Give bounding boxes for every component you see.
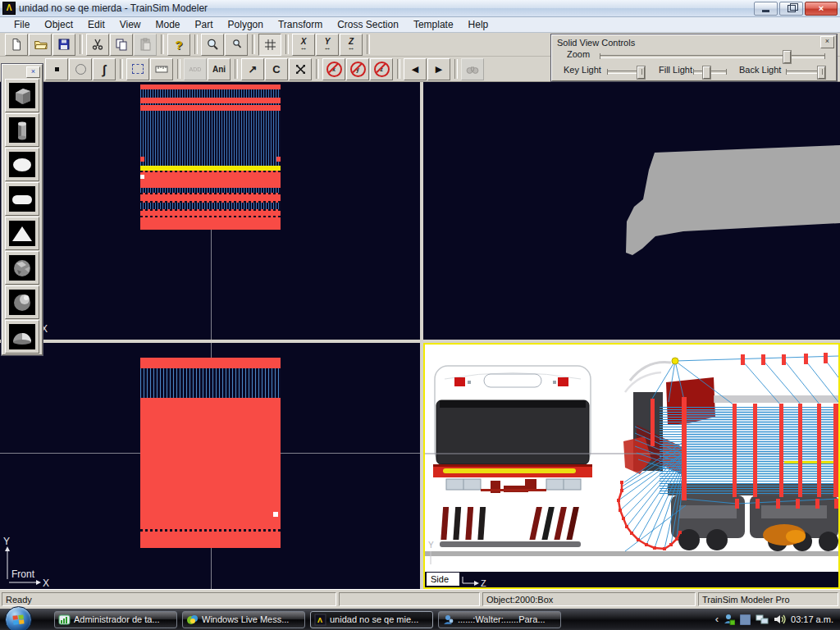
taskbar-clock[interactable]: 03:17 a.m.	[791, 614, 833, 624]
menu-cross-section[interactable]: Cross Section	[330, 17, 406, 32]
animation-button[interactable]: Ani	[208, 58, 231, 80]
viewport-perspective[interactable]	[423, 82, 840, 340]
measure-button[interactable]	[150, 58, 173, 80]
point-tool-button[interactable]	[45, 58, 68, 80]
tool-pill-primitive[interactable]	[5, 182, 39, 216]
menu-polygon[interactable]: Polygon	[221, 17, 271, 32]
tool-cylinder-primitive[interactable]	[5, 113, 39, 147]
menu-edit[interactable]: Edit	[80, 17, 112, 32]
tool-cone-primitive[interactable]	[5, 217, 39, 250]
taskbar-button-messenger[interactable]: Windows Live Mess...	[182, 611, 305, 628]
menu-bar: File Object Edit View Mode Part Polygon …	[0, 16, 840, 33]
cut-button[interactable]	[86, 34, 109, 56]
menu-template[interactable]: Template	[406, 17, 461, 32]
rotate-tool-button[interactable]: C	[265, 58, 288, 80]
help-button[interactable]: ?	[167, 34, 190, 56]
key-light-slider[interactable]	[607, 71, 642, 74]
grid-toggle-button[interactable]	[258, 34, 281, 56]
box-icon	[9, 83, 35, 108]
solid-view-controls-panel: Solid View Controls × Zoom Key Light Fil…	[551, 34, 837, 81]
minimize-button[interactable]	[754, 2, 778, 16]
menu-file[interactable]: File	[7, 17, 37, 32]
save-floppy-icon	[57, 38, 71, 51]
zoom-out-button[interactable]	[225, 34, 248, 56]
status-ready: Ready	[2, 592, 336, 606]
scale-tool-button[interactable]	[289, 58, 312, 80]
tool-dome-primitive[interactable]	[5, 320, 39, 354]
menu-mode[interactable]: Mode	[148, 17, 188, 32]
menu-view[interactable]: View	[112, 17, 148, 32]
taskbar-button-trainsim-active[interactable]: Λ unidad no se qe mie...	[310, 611, 433, 628]
lock-y-button[interactable]: y	[346, 58, 369, 80]
tray-volume-icon[interactable]	[774, 614, 786, 625]
key-light-thumb[interactable]	[637, 66, 645, 79]
lock-z-button[interactable]: z	[370, 58, 393, 80]
toolbar-separator	[454, 59, 458, 79]
paste-button[interactable]	[134, 34, 157, 56]
mirror-y-button[interactable]: Y ↔	[316, 34, 339, 56]
copy-icon	[115, 38, 128, 51]
viewport-side-active[interactable]: Y Side Z	[423, 343, 840, 589]
taskbar-button-msn-chat[interactable]: ......:Walter:......Para...	[438, 611, 561, 628]
copy-button[interactable]	[110, 34, 133, 56]
back-light-slider[interactable]	[786, 71, 823, 74]
close-icon: ×	[819, 4, 824, 13]
menu-transform[interactable]: Transform	[271, 17, 330, 32]
menu-object[interactable]: Object	[37, 17, 80, 32]
fill-light-label: Fill Light	[659, 65, 692, 75]
tool-box-primitive[interactable]	[5, 79, 39, 112]
toolbar-separator	[316, 59, 319, 79]
tool-disc-primitive[interactable]	[5, 148, 39, 181]
taskbar-button-label: unidad no se qe mie...	[330, 614, 418, 624]
cone-icon	[9, 221, 35, 246]
toolbox-close-button[interactable]: ×	[26, 66, 40, 78]
new-button[interactable]	[5, 34, 28, 56]
selected-vertex-yellow[interactable]	[672, 358, 678, 364]
axis-crosshair-vertical	[211, 548, 212, 589]
move-tool-button[interactable]: ↗	[241, 58, 264, 80]
left-right-arrow-icon: ↔	[300, 44, 308, 51]
start-button[interactable]	[5, 606, 32, 630]
spline-tool-button[interactable]: ∫	[93, 58, 116, 80]
next-button[interactable]: ▶	[427, 58, 450, 80]
mirror-x-button[interactable]: X ↔	[292, 34, 315, 56]
viewport-top[interactable]: X	[0, 82, 420, 340]
viewport-front[interactable]: Y Front X	[0, 343, 420, 589]
save-button[interactable]	[52, 34, 75, 56]
previous-button[interactable]: ◀	[404, 58, 427, 80]
circle-tool-button[interactable]	[69, 58, 92, 80]
move-arrow-icon: ↗	[249, 63, 258, 75]
toolbar-separator	[252, 34, 255, 54]
taskbar-button-label: Administrador de ta...	[74, 614, 160, 624]
fill-light-thumb[interactable]	[703, 66, 710, 79]
tray-messenger-icon[interactable]	[724, 614, 735, 625]
zoom-slider-thumb[interactable]	[783, 51, 791, 63]
vertex-handle[interactable]	[273, 512, 278, 517]
tool-geosphere-primitive[interactable]	[5, 251, 39, 285]
tray-network-icon[interactable]	[756, 614, 769, 625]
fill-light-slider[interactable]	[693, 71, 727, 74]
vertex-handle[interactable]	[140, 175, 144, 179]
cylinder-icon	[9, 117, 35, 143]
left-right-arrow-icon: ↔	[324, 44, 331, 51]
back-light-thumb[interactable]	[818, 66, 825, 79]
restore-button[interactable]	[779, 2, 803, 16]
menu-help[interactable]: Help	[461, 17, 496, 32]
zoom-in-button[interactable]	[201, 34, 224, 56]
taskbar-button-task-manager[interactable]: Administrador de ta...	[54, 611, 177, 628]
panel-close-button[interactable]: ×	[820, 36, 834, 48]
add-point-button[interactable]: ADD	[184, 58, 207, 80]
lock-x-button[interactable]: x	[322, 58, 345, 80]
wireframe-yellow-line	[784, 461, 838, 463]
toolbox-title-bar[interactable]: ×	[2, 65, 42, 79]
find-button[interactable]	[461, 58, 484, 80]
tool-sphere-primitive[interactable]	[5, 285, 39, 319]
tray-expand-chevron-icon[interactable]: ‹	[715, 614, 719, 624]
mirror-z-button[interactable]: Z ↔	[340, 34, 363, 56]
close-button[interactable]: ×	[805, 2, 838, 16]
menu-part[interactable]: Part	[188, 17, 221, 32]
open-button[interactable]	[29, 34, 52, 56]
select-rect-button[interactable]	[126, 58, 149, 80]
zoom-slider[interactable]	[600, 55, 825, 58]
tray-app-icon[interactable]	[740, 614, 751, 625]
